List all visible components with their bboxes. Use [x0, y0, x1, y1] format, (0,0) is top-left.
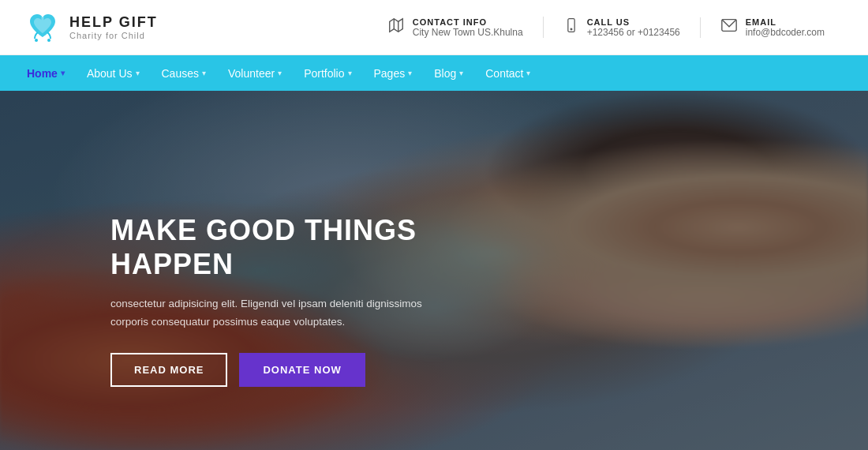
- nav-items: Home ▾ About Us ▾ Causes ▾ Volunteer ▾ P…: [16, 55, 541, 91]
- nav-item-causes[interactable]: Causes ▾: [151, 55, 217, 91]
- nav-item-blog[interactable]: Blog ▾: [423, 55, 474, 91]
- phone-icon: [563, 17, 579, 37]
- email-icon: [720, 17, 738, 38]
- hero-section: MAKE GOOD THINGS HAPPEN consectetur adip…: [0, 91, 868, 450]
- hero-title: MAKE GOOD THINGS HAPPEN: [110, 213, 505, 281]
- hero-buttons: READ MORE DONATE NOW: [110, 353, 505, 387]
- map-icon: [387, 17, 405, 38]
- hero-content: MAKE GOOD THINGS HAPPEN consectetur adip…: [110, 213, 505, 387]
- read-more-button[interactable]: READ MORE: [110, 353, 227, 387]
- logo-subtitle: Charity for Child: [69, 31, 158, 40]
- logo-icon: [24, 7, 62, 48]
- contact-info-block: CONTACT INFO City New Town US.Khulna: [368, 17, 544, 38]
- contact-info-value: City New Town US.Khulna: [413, 27, 523, 38]
- chevron-down-icon: ▾: [61, 69, 65, 77]
- contact-info-text: CONTACT INFO City New Town US.Khulna: [413, 17, 523, 38]
- hero-description: consectetur adipisicing elit. Eligendi v…: [110, 295, 442, 331]
- chevron-down-icon: ▾: [202, 69, 206, 77]
- logo[interactable]: HELP GIFT Charity for Child: [24, 7, 158, 48]
- donate-now-button[interactable]: DONATE NOW: [239, 353, 365, 387]
- nav-item-home[interactable]: Home ▾: [16, 55, 76, 91]
- nav-item-volunteer[interactable]: Volunteer ▾: [217, 55, 293, 91]
- svg-point-5: [571, 28, 572, 30]
- email-value: info@bdcoder.com: [746, 27, 825, 38]
- chevron-down-icon: ▾: [278, 69, 282, 77]
- logo-title: HELP GIFT: [69, 14, 158, 31]
- header-info: CONTACT INFO City New Town US.Khulna CAL…: [368, 17, 844, 38]
- contact-info-label: CONTACT INFO: [413, 17, 523, 27]
- chevron-down-icon: ▾: [408, 69, 412, 77]
- nav-item-portfolio[interactable]: Portfolio ▾: [293, 55, 362, 91]
- svg-point-0: [35, 39, 38, 42]
- nav-item-contact[interactable]: Contact ▾: [474, 55, 541, 91]
- nav-item-about[interactable]: About Us ▾: [76, 55, 151, 91]
- chevron-down-icon: ▾: [526, 69, 530, 77]
- navbar: Home ▾ About Us ▾ Causes ▾ Volunteer ▾ P…: [0, 55, 868, 91]
- email-block: EMAIL info@bdcoder.com: [701, 17, 844, 38]
- svg-point-1: [47, 39, 51, 42]
- call-us-value: +123456 or +0123456: [587, 27, 680, 38]
- call-us-block: CALL US +123456 or +0123456: [544, 17, 701, 38]
- chevron-down-icon: ▾: [348, 69, 352, 77]
- logo-text: HELP GIFT Charity for Child: [69, 14, 158, 40]
- email-text: EMAIL info@bdcoder.com: [746, 17, 825, 38]
- call-us-label: CALL US: [587, 17, 680, 27]
- site-header: HELP GIFT Charity for Child CONTACT INFO…: [0, 0, 868, 55]
- chevron-down-icon: ▾: [459, 69, 463, 77]
- chevron-down-icon: ▾: [136, 69, 140, 77]
- call-us-text: CALL US +123456 or +0123456: [587, 17, 680, 38]
- email-label: EMAIL: [746, 17, 825, 27]
- nav-item-pages[interactable]: Pages ▾: [363, 55, 424, 91]
